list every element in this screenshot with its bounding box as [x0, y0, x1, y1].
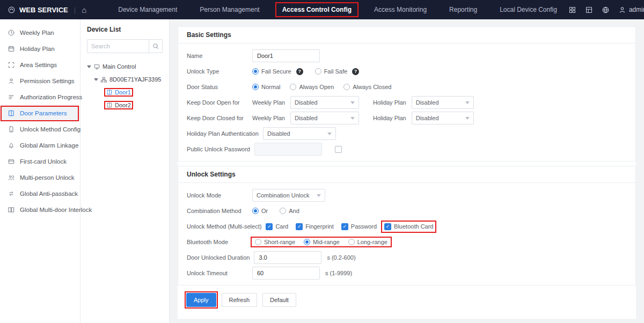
sidebar-item-door-parameters[interactable]: Door Parameters	[0, 105, 80, 121]
user-menu[interactable]: admin	[618, 6, 644, 14]
public-password-input[interactable]	[254, 143, 322, 156]
radio-short-range[interactable]: Short-range	[255, 239, 295, 245]
nav-access-monitoring[interactable]: Access Monitoring	[363, 0, 438, 19]
nav-device-management[interactable]: Device Management	[107, 0, 188, 19]
public-password-row: Public Unlock Password	[187, 142, 627, 156]
checkbox-label: Bluetooth Card	[394, 223, 433, 230]
sidebar-label: Multi-person Unlock	[20, 174, 75, 181]
timeout-input[interactable]	[252, 267, 320, 280]
select-value: Combination Unlock	[257, 192, 309, 199]
nav-access-control-config[interactable]: Access Control Config	[271, 0, 363, 19]
caret-down-icon[interactable]	[87, 65, 91, 70]
sidebar-item-global-multi-door-interlock[interactable]: Global Multi-door Interlock	[0, 202, 80, 218]
radio-or[interactable]: Or	[252, 208, 268, 214]
caret-down-icon[interactable]	[94, 78, 98, 83]
search-input[interactable]	[87, 43, 149, 49]
keep-closed-weekly-select[interactable]: Disabled	[290, 112, 359, 124]
weekly-plan-label: Weekly Plan	[252, 99, 285, 106]
keep-open-holiday-select[interactable]: Disabled	[412, 96, 474, 109]
holiday-plan-label: Holiday Plan	[373, 99, 406, 106]
door-icon	[106, 102, 113, 108]
unlock-mode-select[interactable]: Combination Unlock	[252, 189, 325, 202]
device-list-title: Device List	[87, 26, 163, 33]
checkbox-bluetooth-card[interactable]: ✓Bluetooth Card	[384, 223, 433, 230]
select-value: Disabled	[295, 115, 318, 121]
apply-button[interactable]: Apply	[186, 293, 216, 307]
sidebar-item-unlock-method-config[interactable]: Unlock Method Config	[0, 121, 80, 137]
basic-settings-section: Basic Settings Name Unlock Type Fail Sec…	[178, 26, 636, 162]
radio-label: And	[289, 208, 299, 214]
select-value: Disabled	[416, 99, 439, 106]
refresh-button[interactable]: Refresh	[222, 293, 258, 307]
globe-icon[interactable]	[602, 6, 610, 14]
name-input[interactable]	[252, 49, 320, 62]
radio-label: Always Open	[299, 84, 334, 90]
radio-dot	[252, 84, 259, 90]
topbar: WEB SERVICE | ⌂ Device Management Person…	[0, 0, 644, 19]
search-icon	[152, 42, 159, 50]
people-icon	[8, 174, 15, 181]
checkbox-box: ✓	[296, 223, 303, 230]
tree-label: 8D00E71YAJF3395	[109, 76, 161, 83]
sidebar: Weekly Plan Holiday Plan Area Settings P…	[0, 19, 80, 323]
sidebar-label: Permission Settings	[20, 78, 75, 84]
footer-buttons: Apply Refresh Default	[186, 293, 636, 313]
bluetooth-mode-group: Short-range Mid-range Long-range	[252, 238, 390, 246]
sidebar-item-permission-settings[interactable]: Permission Settings	[0, 73, 80, 89]
sidebar-item-first-card-unlock[interactable]: First-card Unlock	[0, 153, 80, 170]
search-button[interactable]	[149, 40, 162, 53]
radio-fail-safe[interactable]: Fail Safe?	[315, 68, 359, 75]
radio-fail-secure[interactable]: Fail Secure?	[252, 68, 303, 75]
monitor-icon	[93, 63, 100, 70]
nav-reporting[interactable]: Reporting	[438, 0, 488, 19]
radio-long-range[interactable]: Long-range	[348, 239, 387, 245]
nav-person-management[interactable]: Person Management	[188, 0, 270, 19]
radio-mid-range[interactable]: Mid-range	[304, 239, 340, 245]
sidebar-item-global-alarm-linkage[interactable]: Global Alarm Linkage	[0, 137, 80, 153]
topbar-actions: admin	[568, 6, 644, 14]
public-password-label: Public Unlock Password	[187, 146, 254, 152]
basic-settings-title: Basic Settings	[178, 27, 635, 43]
radio-always-closed[interactable]: Always Closed	[343, 84, 391, 90]
tree-node-door1[interactable]: Door1	[87, 86, 163, 99]
sidebar-item-weekly-plan[interactable]: Weekly Plan	[0, 25, 80, 41]
sidebar-item-multi-person-unlock[interactable]: Multi-person Unlock	[0, 170, 80, 186]
keep-door-closed-label: Keep Door Closed for	[187, 115, 252, 121]
brand: WEB SERVICE | ⌂	[0, 5, 92, 14]
radio-dot	[252, 208, 259, 214]
keep-closed-holiday-select[interactable]: Disabled	[412, 112, 474, 124]
duration-unit: s (0.2-600)	[327, 254, 355, 261]
checkbox-password[interactable]: ✓Password	[341, 223, 377, 230]
radio-always-open[interactable]: Always Open	[290, 84, 334, 90]
radio-and[interactable]: And	[280, 208, 299, 214]
door-icon	[8, 109, 15, 117]
holiday-auth-select[interactable]: Disabled	[263, 127, 336, 140]
tree-node-device[interactable]: 8D00E71YAJF3395	[87, 73, 163, 86]
weekly-plan-label: Weekly Plan	[252, 115, 285, 121]
sidebar-item-global-anti-passback[interactable]: Global Anti-passback	[0, 186, 80, 202]
default-button[interactable]: Default	[262, 293, 296, 307]
keep-open-weekly-select[interactable]: Disabled	[290, 96, 359, 109]
tree-node-door2[interactable]: Door2	[87, 99, 163, 112]
home-icon[interactable]: ⌂	[82, 5, 86, 14]
checkbox-fingerprint[interactable]: ✓Fingerprint	[296, 223, 334, 230]
sidebar-item-holiday-plan[interactable]: Holiday Plan	[0, 41, 80, 57]
help-icon[interactable]: ?	[352, 68, 359, 75]
checkbox-box: ✓	[341, 223, 348, 230]
tree-node-main-control[interactable]: Main Control	[87, 60, 163, 73]
nav-local-device-config[interactable]: Local Device Config	[488, 0, 568, 19]
unlock-settings-title: Unlock Settings	[178, 166, 635, 183]
sidebar-item-authorization-progress[interactable]: Authorization Progress	[0, 89, 80, 105]
duration-input[interactable]	[254, 251, 321, 264]
user-icon	[618, 6, 626, 14]
radio-label: Fail Secure	[261, 68, 291, 75]
checkbox-card[interactable]: ✓Card	[266, 223, 288, 230]
grid-icon[interactable]	[568, 6, 576, 14]
name-row: Name	[187, 49, 627, 63]
sidebar-item-area-settings[interactable]: Area Settings	[0, 57, 80, 73]
panel-icon[interactable]	[585, 6, 593, 14]
public-password-checkbox[interactable]	[335, 146, 342, 153]
door-status-label: Door Status	[187, 84, 252, 90]
radio-normal[interactable]: Normal	[252, 84, 280, 90]
help-icon[interactable]: ?	[296, 68, 303, 75]
